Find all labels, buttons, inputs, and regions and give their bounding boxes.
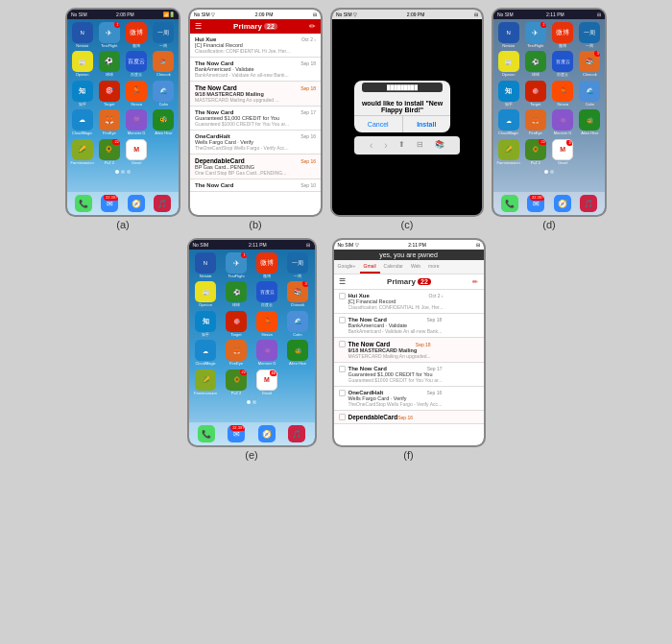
- email-item-f3[interactable]: The Now Card Sep 18 9/18 MASTERCARD Mail…: [334, 338, 484, 363]
- checkbox-f5[interactable]: [339, 390, 346, 396]
- app-weibo-a[interactable]: 微博 微博: [125, 22, 149, 48]
- edit-icon-b[interactable]: ✏: [309, 22, 316, 31]
- email-item-7[interactable]: The Now Card Sep 10: [190, 179, 321, 192]
- email-item-2[interactable]: The Now Card Sep 18 BankAmericard · Vali…: [190, 58, 321, 82]
- app-gmail-a[interactable]: M Gmail: [125, 139, 149, 165]
- dock-mail-e[interactable]: ✉22,397: [228, 425, 245, 442]
- app-cloudmagic-d[interactable]: ☁ CloudMagic: [496, 109, 520, 135]
- app-chinook-d[interactable]: 📚3 Chinook: [578, 51, 602, 77]
- dock-music-d[interactable]: 🎵: [580, 195, 597, 212]
- app-testflight-a[interactable]: ✈1 TestFlight: [97, 22, 121, 48]
- app-pvz-d[interactable]: 🌻22 PvZ 2: [523, 139, 547, 165]
- app-gmail-e[interactable]: M22 Gmail: [253, 370, 281, 395]
- app-pvz-e[interactable]: 🌻22 PvZ 2: [223, 370, 251, 395]
- bookmarks-icon[interactable]: 📚: [435, 140, 444, 151]
- email-item-f1[interactable]: Hui Xue Oct 2 › [C] Financial Record Cla…: [334, 290, 484, 314]
- tab-gmail[interactable]: Gmail: [360, 260, 380, 274]
- forward-icon[interactable]: ›: [384, 140, 387, 151]
- app-netstat-e[interactable]: N Netstat: [192, 252, 220, 278]
- dock-music-e[interactable]: 🎵: [288, 425, 305, 442]
- checkbox-f1[interactable]: [339, 293, 346, 299]
- app-gmail-d[interactable]: M3 Gmail: [551, 139, 575, 165]
- app-monsterg-d[interactable]: 👾 Monster G: [551, 109, 575, 135]
- app-netstat-a[interactable]: N Netstat: [70, 22, 94, 48]
- app-zhihu-a[interactable]: 知 知乎: [70, 81, 94, 107]
- app-calm-a[interactable]: 🌊 Calm: [152, 81, 176, 107]
- back-icon[interactable]: ‹: [370, 140, 372, 151]
- app-testflight-e[interactable]: ✈1 TestFlight: [223, 252, 251, 278]
- app-opinion-a[interactable]: 📰 Opinion: [70, 51, 94, 77]
- app-farminvasion-e[interactable]: 🌽 Farminvasion: [192, 370, 220, 395]
- app-cloudmagic-a[interactable]: ☁ CloudMagic: [70, 109, 94, 135]
- email-item-6[interactable]: DependableCard Sep 16 BP Gas Card...PEND…: [190, 155, 321, 179]
- app-target-e[interactable]: 🎯 Target: [223, 311, 251, 337]
- tab-web[interactable]: Web: [407, 260, 424, 274]
- tab-more[interactable]: more: [424, 260, 443, 274]
- app-biqiu-d[interactable]: ⚽ 球球: [523, 51, 547, 77]
- app-strava-e[interactable]: 🏃 Strava: [253, 311, 281, 337]
- app-yizhong-e[interactable]: 一周 一周: [284, 252, 312, 278]
- app-chinook-a[interactable]: 📚 Chinook: [152, 51, 176, 77]
- share-icon[interactable]: ⬆: [398, 140, 405, 151]
- app-opinion-e[interactable]: 📰 Opinion: [192, 281, 220, 307]
- dock-mail-a[interactable]: ✉22,397: [101, 195, 118, 212]
- app-target-a[interactable]: 🎯 Target: [97, 81, 121, 107]
- email-item-f6[interactable]: DependableCard Sep 16: [334, 411, 484, 424]
- app-opinion-d[interactable]: 📰 Opinion: [496, 51, 520, 77]
- checkbox-f6[interactable]: [339, 414, 346, 420]
- app-calm-d[interactable]: 🌊 Calm: [578, 81, 602, 107]
- dock-safari-a[interactable]: 🧭: [128, 195, 145, 212]
- menu-icon-f[interactable]: ☰: [339, 277, 346, 286]
- app-target-d[interactable]: 🎯 Target: [523, 81, 547, 107]
- app-pvz-a[interactable]: 🌻22 PvZ 2: [97, 139, 121, 165]
- tab-googleplus[interactable]: Google+: [334, 260, 360, 274]
- checkbox-f2[interactable]: [339, 317, 346, 323]
- email-item-f5[interactable]: OneCardHalt Sep 16 Wells Fargo Card · Ve…: [334, 387, 484, 411]
- app-alienhive-a[interactable]: 🐝 Alien Hive: [152, 109, 176, 135]
- email-item-f2[interactable]: The Now Card Sep 18 BankAmericard · Vali…: [334, 314, 484, 338]
- dock-safari-d[interactable]: 🧭: [554, 195, 571, 212]
- app-chinook-e[interactable]: 📚3 Chinook: [284, 281, 312, 307]
- checkbox-f4[interactable]: [339, 366, 346, 372]
- tab-icon[interactable]: ⊟: [417, 140, 423, 151]
- app-biqiu-e[interactable]: ⚽ 球球: [223, 281, 251, 307]
- app-firefox-e[interactable]: 🦊 FireEye: [223, 340, 251, 366]
- app-weibo-e[interactable]: 微博 微博: [253, 252, 281, 278]
- dock-mail-d[interactable]: ✉22,397: [527, 195, 544, 212]
- app-netstat-d[interactable]: N Netstat: [496, 22, 520, 48]
- dock-phone-d[interactable]: 📞: [501, 195, 518, 212]
- tab-calendar[interactable]: Calendar: [380, 260, 407, 274]
- app-testflight-d[interactable]: ✈1 TestFlight: [523, 22, 547, 48]
- app-zhihu-e[interactable]: 知 知乎: [192, 311, 220, 337]
- email-item-3[interactable]: The Now Card Sep 18 9/18 MASTERCARD Mail…: [190, 82, 321, 107]
- app-monsterg-e[interactable]: 👾 Monster G: [253, 340, 281, 366]
- app-biqiu-a[interactable]: ⚽ 球球: [97, 51, 121, 77]
- dock-safari-e[interactable]: 🧭: [258, 425, 276, 442]
- install-button[interactable]: Install: [403, 116, 451, 132]
- email-item-4[interactable]: The Now Card Sep 17 Guaranteed $1,000 CR…: [190, 107, 321, 131]
- app-baidu-a[interactable]: 百度云 百度云: [125, 51, 149, 77]
- app-firefox-a[interactable]: 🦊 FireEye: [97, 109, 121, 135]
- edit-icon-f[interactable]: ✏: [472, 278, 478, 286]
- app-cloudmagic-e[interactable]: ☁ CloudMagic: [192, 340, 220, 366]
- email-item-1[interactable]: Hui Xue Oct 2 › [C] Financial Record Cla…: [190, 34, 321, 58]
- app-zhihu-d[interactable]: 知 知乎: [496, 81, 520, 107]
- app-baidu-e[interactable]: 百度云 百度云: [253, 281, 281, 307]
- app-weibo-d[interactable]: 微博 微博: [551, 22, 575, 48]
- app-farminvasion-d[interactable]: 🌽 Farminvasion: [496, 139, 520, 165]
- dock-music-a[interactable]: 🎵: [154, 195, 171, 212]
- checkbox-f3[interactable]: [339, 341, 346, 347]
- app-alienhive-d[interactable]: 🐝 Alien Hive: [578, 109, 602, 135]
- app-alienhive-e[interactable]: 🐝 Alien Hive: [284, 340, 312, 366]
- app-strava-d[interactable]: 🏃 Strava: [551, 81, 575, 107]
- app-monsterg-a[interactable]: 👾 Monster G: [125, 109, 149, 135]
- dock-phone-e[interactable]: 📞: [198, 425, 215, 442]
- cancel-button[interactable]: Cancel: [354, 116, 403, 132]
- menu-icon-b[interactable]: ☰: [195, 22, 202, 31]
- app-yizhong-d[interactable]: 一周 一周: [578, 22, 602, 48]
- app-baidu-d[interactable]: 百度云 百度云: [551, 51, 575, 77]
- email-item-5[interactable]: OneCardHalt Sep 16 Wells Fargo Card · Ve…: [190, 131, 321, 155]
- email-item-f4[interactable]: The Now Card Sep 17 Guaranteed $1,000 CR…: [334, 363, 484, 387]
- app-calm-e[interactable]: 🌊 Calm: [284, 311, 312, 337]
- app-yizhong-a[interactable]: 一周 一周: [152, 22, 176, 48]
